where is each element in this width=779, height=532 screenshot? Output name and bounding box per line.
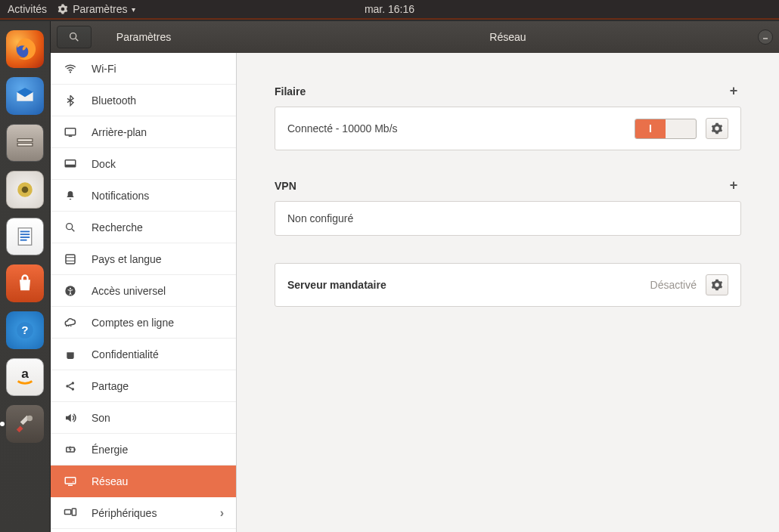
- wired-add-button[interactable]: +: [726, 83, 741, 99]
- proxy-card: Serveur mandataire Désactivé: [275, 263, 741, 307]
- launcher-files[interactable]: [6, 124, 44, 162]
- svg-rect-3: [18, 139, 33, 141]
- launcher-help[interactable]: ?: [6, 311, 44, 349]
- help-icon: ?: [15, 320, 35, 340]
- window-minimize-button[interactable]: [758, 29, 773, 45]
- network-panel: Filaire + Connecté - 10000 Mb/s I: [237, 53, 779, 532]
- bell-icon: [63, 190, 78, 202]
- gear-icon: [711, 279, 723, 291]
- clock[interactable]: mar. 16:16: [365, 3, 414, 15]
- svg-rect-23: [65, 164, 76, 166]
- sidebar-item-sharing[interactable]: Partage: [51, 370, 236, 402]
- svg-point-29: [66, 325, 67, 326]
- sidebar-item-label: Dock: [92, 158, 116, 170]
- sidebar-item-label: Confidentialité: [92, 348, 159, 360]
- toggle-on-side: I: [635, 119, 666, 138]
- launcher-ubuntu-software[interactable]: [6, 264, 44, 302]
- sidebar-item-label: Recherche: [92, 221, 143, 234]
- sidebar-item-label: Pays et langue: [92, 253, 162, 265]
- sidebar-item-sound[interactable]: Son: [51, 402, 236, 434]
- speaker-icon: [15, 180, 35, 200]
- privacy-icon: [63, 348, 78, 360]
- sidebar-item-notifications[interactable]: Notifications: [51, 180, 236, 212]
- sound-icon: [63, 411, 78, 425]
- svg-rect-4: [18, 144, 33, 145]
- gear-icon: [57, 4, 68, 14]
- thunderbird-icon: [13, 84, 37, 108]
- sidebar-item-background[interactable]: Arrière-plan: [51, 116, 236, 148]
- sidebar-item-universal-access[interactable]: Accès universel: [51, 275, 236, 307]
- launcher-amazon[interactable]: a: [6, 358, 44, 396]
- sidebar-item-label: Accès universel: [92, 285, 166, 297]
- sidebar-search-button[interactable]: [57, 26, 92, 48]
- sidebar-item-label: Notifications: [92, 190, 149, 202]
- settings-sidebar: Wi-Fi Bluetooth Arrière-plan Dock Notifi…: [51, 53, 237, 532]
- chevron-right-icon: ›: [220, 506, 224, 520]
- vpn-add-button[interactable]: +: [726, 178, 741, 193]
- launcher-rhythmbox[interactable]: [6, 171, 44, 209]
- app-menu[interactable]: Paramètres ▾: [57, 3, 135, 15]
- gear-icon: [711, 122, 723, 135]
- window-titlebar: Paramètres Réseau: [51, 21, 779, 53]
- svg-rect-20: [65, 128, 76, 135]
- sidebar-item-dock[interactable]: Dock: [51, 148, 236, 180]
- vpn-card: Non configuré: [275, 201, 741, 236]
- devices-icon: [63, 506, 78, 520]
- svg-point-19: [70, 71, 71, 73]
- svg-rect-11: [20, 240, 27, 241]
- svg-point-28: [70, 287, 71, 289]
- files-icon: [14, 132, 36, 153]
- network-icon: [63, 475, 78, 488]
- sidebar-item-region-language[interactable]: Pays et langue: [51, 243, 236, 275]
- launcher-settings[interactable]: [6, 405, 44, 443]
- svg-rect-21: [69, 135, 73, 137]
- svg-rect-37: [65, 477, 76, 483]
- sidebar-item-bluetooth[interactable]: Bluetooth: [51, 85, 236, 116]
- sidebar-item-label: Énergie: [92, 444, 128, 456]
- launcher-firefox[interactable]: [6, 30, 44, 68]
- sidebar-item-online-accounts[interactable]: Comptes en ligne: [51, 307, 236, 339]
- wired-settings-button[interactable]: [706, 118, 728, 139]
- svg-point-24: [67, 223, 73, 229]
- settings-tools-icon: [14, 413, 36, 435]
- toggle-off-side: [666, 119, 696, 138]
- wired-card: Connecté - 10000 Mb/s I: [275, 107, 741, 150]
- proxy-status: Désactivé: [650, 279, 697, 291]
- settings-window: Paramètres Réseau Wi-Fi Bluetooth Arrièr…: [50, 21, 779, 532]
- sidebar-title: Paramètres: [116, 31, 171, 43]
- writer-icon: [14, 225, 36, 248]
- sidebar-item-power[interactable]: Énergie: [51, 434, 236, 466]
- globe-icon: [63, 252, 78, 266]
- search-icon: [68, 31, 80, 43]
- amazon-icon: a: [13, 365, 37, 389]
- svg-point-30: [68, 325, 70, 326]
- sidebar-item-network[interactable]: Réseau: [51, 466, 236, 497]
- launcher-libreoffice-writer[interactable]: [6, 218, 44, 255]
- app-menu-label: Paramètres: [73, 3, 127, 15]
- search-icon: [63, 221, 78, 234]
- proxy-settings-button[interactable]: [706, 274, 728, 295]
- sidebar-item-devices[interactable]: Périphériques ›: [51, 497, 236, 529]
- vpn-section-title: VPN: [275, 180, 296, 192]
- firefox-icon: [12, 36, 38, 62]
- svg-rect-41: [72, 509, 76, 515]
- sidebar-item-wifi[interactable]: Wi-Fi: [51, 53, 236, 85]
- svg-rect-38: [68, 484, 73, 486]
- svg-point-39: [73, 481, 74, 483]
- dock-icon: [63, 157, 78, 171]
- shopping-bag-icon: [14, 273, 36, 294]
- sidebar-item-privacy[interactable]: Confidentialité: [51, 339, 236, 370]
- svg-point-6: [22, 187, 29, 193]
- activities-button[interactable]: Activités: [8, 3, 47, 15]
- wired-toggle[interactable]: I: [635, 119, 697, 139]
- sidebar-item-label: Wi-Fi: [92, 63, 116, 75]
- launcher-thunderbird[interactable]: [6, 77, 44, 115]
- wired-section-title: Filaire: [275, 85, 306, 97]
- wired-status-label: Connecté - 10000 Mb/s: [287, 122, 398, 135]
- sidebar-item-search[interactable]: Recherche: [51, 212, 236, 243]
- svg-point-15: [27, 416, 33, 422]
- svg-rect-8: [20, 231, 30, 233]
- minimize-icon: [762, 33, 769, 41]
- svg-line-17: [76, 39, 78, 41]
- power-icon: [63, 443, 78, 456]
